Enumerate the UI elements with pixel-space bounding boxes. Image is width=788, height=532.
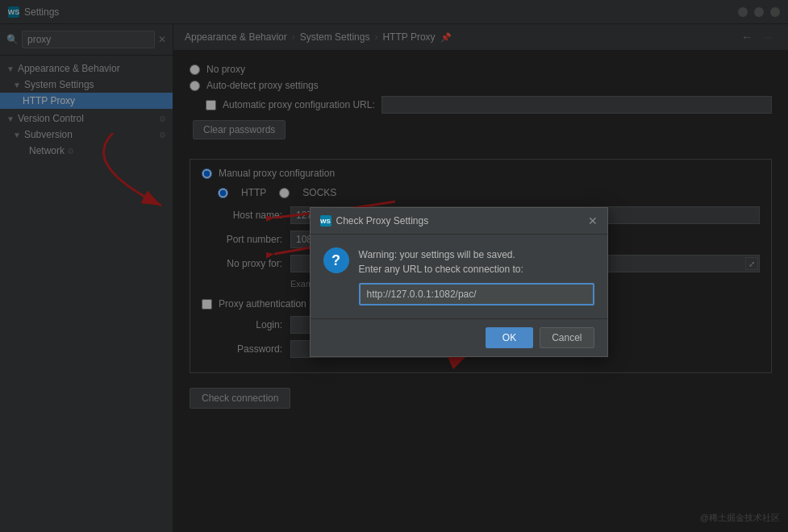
dialog-url-input[interactable]	[359, 283, 594, 305]
dialog-ws-icon: WS	[320, 215, 331, 227]
dialog-cancel-button[interactable]: Cancel	[540, 327, 594, 348]
dialog-buttons: OK Cancel	[311, 318, 607, 356]
question-mark-icon: ?	[323, 247, 349, 273]
dialog-title: Check Proxy Settings	[336, 215, 429, 227]
dialog-content: Warning: your settings will be saved. En…	[359, 247, 594, 305]
dialog-body: ? Warning: your settings will be saved. …	[311, 235, 607, 318]
dialog-close-button[interactable]: ✕	[588, 214, 598, 227]
dialog-ok-button[interactable]: OK	[486, 327, 533, 348]
check-proxy-dialog: WS Check Proxy Settings ✕ ? Warning: you…	[310, 207, 608, 357]
dialog-warning-text: Warning: your settings will be saved. En…	[359, 247, 594, 276]
dialog-overlay: WS Check Proxy Settings ✕ ? Warning: you…	[0, 0, 788, 532]
dialog-title-bar: WS Check Proxy Settings ✕	[311, 208, 607, 235]
